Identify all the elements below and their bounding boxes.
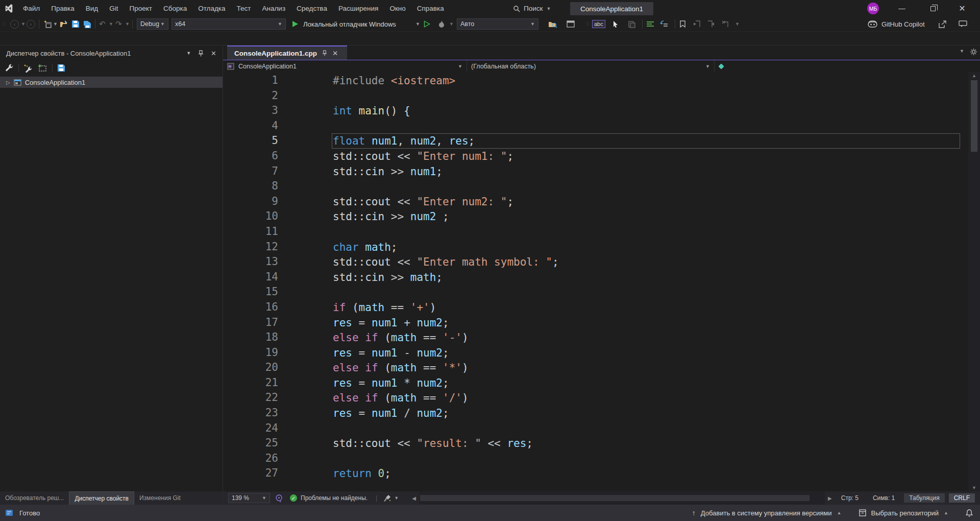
menu-item[interactable]: Сборка [158,0,192,17]
code-line[interactable]: 5float num1, num2, res; [223,133,968,149]
debug-target-combo[interactable]: Авто▼ [457,18,538,30]
repository-dropdown[interactable]: ▲ [944,510,948,515]
save-all-button[interactable] [83,17,91,31]
undo-dropdown[interactable]: ▼ [109,17,113,31]
toolbar-overflow-dropdown[interactable]: ▼ [735,17,740,31]
add-to-source-control-button[interactable]: Добавить в систему управления версиями [701,509,832,517]
code-line[interactable]: 13std::cout << "Enter math symbol: "; [223,254,968,270]
document-outline-icon-button[interactable] [567,17,575,31]
active-document-pill[interactable]: ConsoleApplication1 [570,2,653,15]
background-tasks-icon[interactable] [5,509,13,516]
source-control-dropdown[interactable]: ▲ [837,510,842,515]
search-control[interactable]: Поиск ▼ [513,0,551,17]
code-line[interactable]: 27return 0; [223,466,968,481]
solution-platform-combo[interactable]: x64▼ [172,18,286,30]
code-line[interactable]: 21res = num1 * num2; [223,375,968,391]
menu-item[interactable]: Средства [291,0,333,17]
panel-options-dropdown[interactable]: ▼ [186,51,191,56]
tab-consoleapplication1-cpp[interactable]: ConsoleApplication1.cpp ✕ [227,45,347,60]
code-line[interactable]: 12char math; [223,240,968,255]
code-line[interactable]: 10std::cin >> num2 ; [223,209,968,224]
tree-item-consoleapplication1[interactable]: ▷ ConsoleApplication1 [0,77,223,88]
new-project-button[interactable] [43,17,52,31]
code-cleanup-dropdown[interactable]: ▼ [394,495,399,501]
eol-indicator[interactable]: CRLF [949,493,975,503]
pin-icon[interactable] [198,50,204,57]
code-editor-surface[interactable]: 1#include <iostream>23int main() {45floa… [223,72,968,491]
toolbar-grip[interactable]: ⁞⁞ [586,17,590,31]
start-debug-dropdown[interactable]: ▼ [415,17,420,31]
save-button[interactable] [71,17,80,31]
notifications-bell-icon[interactable] [966,509,973,517]
menu-item[interactable]: Правка [45,0,80,17]
tool-window-tab[interactable]: Обозреватель реш... [0,491,69,505]
code-line[interactable]: 8 [223,179,968,194]
github-copilot-button[interactable]: GitHub Copilot [868,17,925,31]
pin-icon[interactable] [322,50,327,56]
scroll-down-arrow[interactable]: ▼ [968,484,980,491]
redo-button[interactable]: ↷ [115,17,122,31]
share-icon-button[interactable] [938,17,947,31]
code-line[interactable]: 9std::cout << "Enter num2: "; [223,194,968,209]
code-line[interactable]: 17res = num1 + num2; [223,315,968,330]
menu-item[interactable]: Git [104,0,124,17]
navigate-back-button[interactable]: ‹ [10,17,19,31]
code-line[interactable]: 25std::cout << "result: " << res; [223,436,968,451]
bookmark-toggle-button[interactable] [680,17,685,31]
minimize-button[interactable]: — [890,0,914,17]
scroll-up-arrow[interactable]: ▲ [968,72,980,79]
next-bookmark-button[interactable] [707,17,715,31]
problems-status[interactable]: Проблемы не найдены. [301,494,368,502]
cursor-select-icon-button[interactable] [612,17,619,31]
code-line[interactable]: 24 [223,421,968,436]
horizontal-scrollbar[interactable] [419,491,825,505]
paste-icon-button[interactable] [628,17,635,31]
menu-item[interactable]: Анализ [257,0,291,17]
menu-item[interactable]: Отладка [192,0,231,17]
code-line[interactable]: 4 [223,119,968,134]
editor-health-icon[interactable] [275,494,283,502]
select-repository-button[interactable]: Выбрать репозиторий [871,509,939,517]
code-line[interactable]: 26 [223,451,968,466]
code-line[interactable]: 7std::cin >> num1; [223,164,968,179]
restore-button[interactable] [921,0,945,17]
abc-spellcheck-toggle[interactable]: abc [592,17,605,31]
find-in-files-icon-button[interactable] [548,17,557,31]
caret-line-indicator[interactable]: Стр: 5 [836,493,864,503]
code-line[interactable]: 11 [223,224,968,240]
code-line[interactable]: 2 [223,88,968,104]
code-line[interactable]: 18else if (math == '-') [223,330,968,345]
start-debug-button[interactable]: Локальный отладчик Windows [303,17,396,31]
vertical-scrollbar[interactable]: ▲ ▼ [968,72,980,491]
code-line[interactable]: 23res = num1 / num2; [223,406,968,421]
expander-arrow-icon[interactable]: ▷ [6,80,10,85]
window-settings-gear-icon[interactable] [970,49,977,55]
menu-item[interactable]: Справка [411,0,450,17]
open-documents-dropdown[interactable]: ▼ [960,49,964,55]
code-line[interactable]: 6std::cout << "Enter num1: "; [223,149,968,164]
undo-button[interactable]: ↶ [99,17,106,31]
global-scope-dropdown[interactable]: (Глобальная область) ▼ [467,60,715,72]
close-tab-icon[interactable]: ✕ [332,49,338,57]
close-panel-icon[interactable]: ✕ [211,50,216,57]
navigate-back-dropdown[interactable]: ▼ [21,17,26,31]
clear-bookmarks-button[interactable] [722,17,729,31]
start-without-debug-button[interactable] [424,17,430,31]
add-existing-property-sheet-icon[interactable] [38,64,47,72]
code-line[interactable]: 19res = num1 - num2; [223,345,968,361]
menu-item[interactable]: Проект [124,0,158,17]
scrollbar-thumb[interactable] [971,80,977,152]
send-feedback-icon-button[interactable] [959,17,967,31]
hscroll-right-arrow[interactable]: ▶ [828,495,832,501]
add-new-property-sheet-icon[interactable] [23,64,33,73]
close-button[interactable]: ✕ [950,0,974,17]
indent-mode-indicator[interactable]: Табуляция [904,493,944,503]
new-project-dropdown[interactable]: ▼ [53,17,58,31]
code-line[interactable]: 22else if (math == '/') [223,390,968,406]
prev-bookmark-button[interactable] [693,17,700,31]
indent-lines-icon-button[interactable] [646,17,654,31]
properties-wrench-icon[interactable] [5,64,14,73]
menu-item[interactable]: Тест [231,0,257,17]
menu-item[interactable]: Расширения [333,0,384,17]
member-dropdown[interactable] [715,60,980,72]
